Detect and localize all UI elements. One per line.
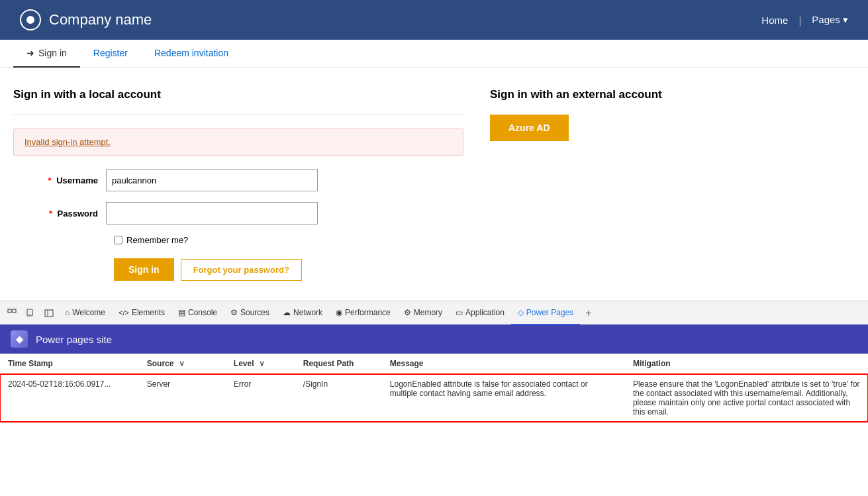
devtools-tab-welcome[interactable]: ⌂ Welcome xyxy=(58,301,112,325)
memory-icon: ⚙ xyxy=(404,308,411,317)
devtools-device-icon[interactable] xyxy=(21,304,40,322)
devtools-elements-label: Elements xyxy=(132,308,165,317)
brand-icon-inner xyxy=(26,16,34,24)
timestamp-value: 2024-05-02T18:16:06.0917... xyxy=(8,379,111,389)
remember-me-checkbox[interactable] xyxy=(114,236,122,244)
devtools-tab-application[interactable]: ▭ Application xyxy=(449,301,511,325)
log-table-container: Time Stamp Source ∨ Level ∨ Request Path… xyxy=(0,354,868,422)
cell-mitigation: Please ensure that the 'LogonEnabled' at… xyxy=(625,374,868,422)
error-box: Invalid sign-in attempt. xyxy=(13,128,463,156)
section-divider xyxy=(13,115,463,115)
log-table-header-row: Time Stamp Source ∨ Level ∨ Request Path… xyxy=(0,354,868,374)
performance-icon: ◉ xyxy=(336,308,342,317)
devtools-sidebar-icon[interactable] xyxy=(40,304,58,322)
devtools-application-label: Application xyxy=(465,308,505,317)
devtools-inspect-icon[interactable] xyxy=(3,304,21,322)
mitigation-value: Please ensure that the 'LogonEnabled' at… xyxy=(633,379,860,417)
signin-button[interactable]: Sign in xyxy=(114,258,174,281)
col-source-label: Source xyxy=(147,359,174,368)
svg-rect-4 xyxy=(45,310,53,317)
message-value: LogonEnabled attribute is false for asso… xyxy=(390,379,588,398)
top-nav-links: Home | Pages ▾ xyxy=(761,14,848,26)
cell-timestamp: 2024-05-02T18:16:06.0917... xyxy=(0,374,139,422)
devtools-tab-sources[interactable]: ⚙ Sources xyxy=(224,301,276,325)
plus-icon: + xyxy=(585,307,591,319)
cell-reqpath: /SignIn xyxy=(295,374,382,422)
console-icon: ▤ xyxy=(178,308,185,317)
devtools-console-label: Console xyxy=(188,308,217,317)
signin-arrow-icon: ➜ xyxy=(26,48,34,58)
remember-me-label: Remember me? xyxy=(126,235,188,245)
welcome-icon: ⌂ xyxy=(65,308,70,317)
devtools-tab-performance[interactable]: ◉ Performance xyxy=(329,301,397,325)
username-label-text: Username xyxy=(56,175,98,185)
tab-register[interactable]: Register xyxy=(80,40,141,68)
password-input[interactable] xyxy=(106,202,318,224)
content-area: Sign in with a local account Invalid sig… xyxy=(0,68,868,301)
devtools-add-tab[interactable]: + xyxy=(580,301,597,325)
nav-home-link[interactable]: Home xyxy=(761,15,788,26)
nav-pages-link[interactable]: Pages ▾ xyxy=(812,14,848,26)
external-account-section: Sign in with an external account Azure A… xyxy=(490,88,702,281)
cell-message: LogonEnabled attribute is false for asso… xyxy=(382,374,625,422)
devtools-tab-network[interactable]: ☁ Network xyxy=(276,301,329,325)
cell-source: Server xyxy=(139,374,226,422)
level-value: Error xyxy=(234,379,252,389)
top-navigation: Company name Home | Pages ▾ xyxy=(0,0,868,40)
nav-pages-label: Pages xyxy=(812,14,840,25)
nav-divider: | xyxy=(798,15,801,26)
tab-redeem-label: Redeem invitation xyxy=(154,48,228,58)
devtools-tab-console[interactable]: ▤ Console xyxy=(171,301,224,325)
table-row[interactable]: 2024-05-02T18:16:06.0917... Server Error… xyxy=(0,374,868,422)
tab-signin-label: Sign in xyxy=(38,48,67,58)
devtools-tab-elements[interactable]: </> Elements xyxy=(112,301,171,325)
devtools-network-label: Network xyxy=(293,308,322,317)
col-header-reqpath: Request Path xyxy=(295,354,382,374)
cell-level: Error xyxy=(226,374,295,422)
application-icon: ▭ xyxy=(456,308,463,317)
brand-name: Company name xyxy=(49,11,152,28)
powerpages-panel-title: Power pages site xyxy=(36,334,112,345)
local-section-title: Sign in with a local account xyxy=(13,88,463,101)
local-account-section: Sign in with a local account Invalid sig… xyxy=(13,88,463,281)
devtools-powerpages-label: Power Pages xyxy=(526,308,573,317)
action-button-row: Sign in Forgot your password? xyxy=(114,258,463,281)
svg-rect-0 xyxy=(8,309,11,313)
tab-register-label: Register xyxy=(93,48,128,58)
forgot-password-button[interactable]: Forgot your password? xyxy=(181,259,302,281)
brand-logo: Company name xyxy=(20,9,152,30)
devtools-sources-label: Sources xyxy=(240,308,269,317)
password-group: * Password xyxy=(13,202,463,224)
devtools-tab-memory[interactable]: ⚙ Memory xyxy=(397,301,449,325)
elements-icon: </> xyxy=(119,309,129,317)
col-header-source[interactable]: Source ∨ xyxy=(139,354,226,374)
error-message-link[interactable]: Invalid sign-in attempt. xyxy=(24,137,111,147)
brand-icon xyxy=(20,9,41,30)
main-content: ➜ Sign in Register Redeem invitation Sig… xyxy=(0,40,868,301)
powerpages-panel-icon: ◆ xyxy=(11,330,28,348)
main-tabs-bar: ➜ Sign in Register Redeem invitation xyxy=(0,40,868,68)
password-label-text: Password xyxy=(58,209,98,219)
col-level-label: Level xyxy=(234,359,254,368)
tab-redeem[interactable]: Redeem invitation xyxy=(141,40,242,68)
username-label: * Username xyxy=(13,175,106,185)
username-input[interactable] xyxy=(106,169,318,191)
powerpages-panel-header: ◆ Power pages site xyxy=(0,324,868,354)
nav-pages-arrow: ▾ xyxy=(843,14,848,25)
svg-rect-1 xyxy=(13,309,16,313)
devtools-welcome-label: Welcome xyxy=(72,308,105,317)
pp-icon-symbol: ◆ xyxy=(16,334,23,344)
network-icon: ☁ xyxy=(283,308,291,317)
azure-ad-button[interactable]: Azure AD xyxy=(490,115,569,141)
tab-signin[interactable]: ➜ Sign in xyxy=(13,40,80,68)
col-header-timestamp: Time Stamp xyxy=(0,354,139,374)
devtools-tab-powerpages[interactable]: ◇ Power Pages xyxy=(511,301,580,325)
col-header-mitigation: Mitigation xyxy=(625,354,868,374)
col-message-label: Message xyxy=(390,359,424,368)
col-header-level[interactable]: Level ∨ xyxy=(226,354,295,374)
log-table: Time Stamp Source ∨ Level ∨ Request Path… xyxy=(0,354,868,422)
sources-icon: ⚙ xyxy=(230,308,238,317)
devtools-performance-label: Performance xyxy=(345,308,391,317)
username-required: * xyxy=(48,175,51,185)
external-section-title: Sign in with an external account xyxy=(490,88,702,101)
